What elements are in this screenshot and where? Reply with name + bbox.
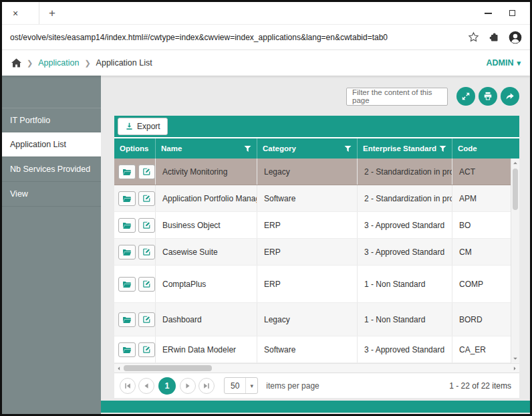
profile-avatar-icon[interactable] [509,31,522,44]
edit-pencil-icon [142,280,151,288]
scroll-up-icon[interactable] [511,159,519,167]
filter-funnel-icon[interactable] [439,145,446,152]
edit-button[interactable] [138,245,156,259]
sidebar-item-it-portfolio[interactable]: IT Portfolio [2,108,101,132]
scroll-down-icon[interactable] [511,354,519,362]
standard-cell: 2 - Standardization in progress [358,185,452,211]
options-cell [114,239,156,265]
breadcrumb-link-application[interactable]: Application [38,58,79,68]
options-cell [114,303,156,336]
browser-tab[interactable]: × [7,2,39,24]
category-cell: Legacy [257,159,358,185]
standard-cell: 3 - Approved Standard [358,212,452,238]
column-header-enterprise-standard[interactable]: Enterprise Standard [358,138,452,159]
new-tab-button[interactable]: + [49,7,55,20]
fullscreen-button[interactable] [456,87,475,106]
edit-button[interactable] [138,312,156,327]
breadcrumb-current-page: Application List [96,58,152,68]
minimize-icon[interactable] [485,13,492,14]
table-row[interactable]: Casewise Suite ERP 3 - Approved Standard… [114,239,511,266]
printer-icon [483,92,493,101]
chevron-down-icon: ▾ [517,59,521,68]
extensions-puzzle-icon[interactable] [489,32,499,43]
open-folder-button[interactable] [118,191,136,206]
grid-body: Activity Monitoring Legacy 2 - Standardi… [114,159,519,363]
code-cell: ACT [452,159,511,185]
code-cell: BO [452,212,511,238]
admin-user-menu[interactable]: ADMIN ▾ [487,58,521,68]
export-button[interactable]: Export [118,118,168,135]
bookmark-star-icon[interactable] [468,31,479,43]
pager-first-button[interactable] [120,378,136,394]
table-row[interactable]: ERwin Data Modeler Software 3 - Approved… [114,336,511,363]
pager-previous-button[interactable] [138,378,154,394]
scroll-right-icon[interactable] [511,364,519,373]
code-cell: APM [452,185,511,211]
standard-cell: 3 - Approved Standard [358,239,452,265]
edit-button[interactable] [138,342,156,357]
column-label: Enterprise Standard [363,144,436,152]
name-cell: Business Object [156,212,257,238]
standard-cell: 1 - Non Standard [358,303,452,336]
previous-page-icon [142,382,150,390]
vertical-scroll-thumb[interactable] [513,169,518,210]
open-folder-button[interactable] [118,277,136,292]
column-label: Category [263,144,296,152]
address-bar-icons [468,31,522,44]
code-cell: CA_ER [452,336,511,362]
open-folder-button[interactable] [118,165,136,179]
sidebar: IT Portfolio Application List Nb Service… [2,76,101,414]
category-cell: ERP [257,239,358,265]
open-folder-button[interactable] [118,245,136,259]
horizontal-scroll-thumb[interactable] [124,365,212,371]
content-area: Filter the content of this page [101,76,530,414]
tab-close-icon[interactable]: × [13,8,18,19]
edit-button[interactable] [138,218,156,233]
sidebar-item-view[interactable]: View [2,182,101,207]
name-cell: Activity Monitoring [156,159,257,185]
last-page-icon [203,382,211,390]
folder-open-icon [122,195,132,203]
code-cell: BORD [452,303,511,336]
page-size-dropdown[interactable]: 50 ▾ [224,377,258,394]
name-cell: Application Portfolio Manager [156,185,257,211]
column-header-category[interactable]: Category [257,138,358,159]
pager-next-button[interactable] [180,378,196,394]
url-input[interactable]: ost/evolve/sites/easamp14/index.html#/cw… [10,33,388,42]
horizontal-scrollbar[interactable] [114,363,519,373]
open-folder-button[interactable] [118,312,136,327]
table-row[interactable]: Business Object ERP 3 - Approved Standar… [114,212,511,239]
print-button[interactable] [479,87,497,106]
open-folder-button[interactable] [118,342,136,357]
category-cell: Legacy [257,303,358,336]
restore-icon[interactable] [509,10,515,16]
column-header-name[interactable]: Name [156,138,257,159]
table-row[interactable]: Activity Monitoring Legacy 2 - Standardi… [114,159,511,185]
edit-button[interactable] [138,165,156,179]
grid-header-row: Options Name Category [114,138,519,159]
column-header-code[interactable]: Code [452,138,519,159]
home-icon[interactable] [11,58,21,68]
filter-funnel-icon[interactable] [244,145,251,152]
sidebar-item-nb-services-provided[interactable]: Nb Services Provided [2,157,101,182]
column-label: Code [458,144,477,152]
table-row[interactable]: Application Portfolio Manager Software 2… [114,185,511,212]
column-header-options[interactable]: Options [114,138,156,159]
share-button[interactable] [501,87,519,106]
open-folder-button[interactable] [118,218,136,233]
edit-pencil-icon [142,221,151,229]
pager-last-button[interactable] [198,378,215,394]
scroll-left-icon[interactable] [115,364,123,373]
breadcrumb-separator: ❯ [27,59,33,68]
code-cell: COMP [452,266,511,302]
filter-funnel-icon[interactable] [344,145,352,152]
vertical-scrollbar[interactable] [511,159,519,363]
edit-button[interactable] [138,191,156,206]
table-row[interactable]: Dashboard Legacy 1 - Non Standard BORD [114,303,511,336]
table-row[interactable]: ComptaPlus ERP 1 - Non Standard COMP [114,266,511,303]
pager-current-page[interactable]: 1 [158,377,176,395]
edit-button[interactable] [138,277,156,292]
grid-toolbar: Export [114,116,519,138]
sidebar-item-application-list[interactable]: Application List [2,132,101,157]
page-filter-input[interactable]: Filter the content of this page [346,88,448,106]
